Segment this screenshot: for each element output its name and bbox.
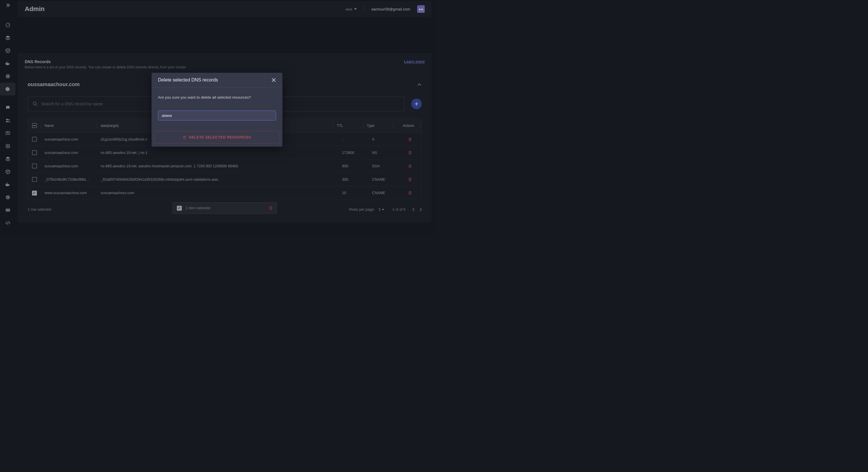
- modal-body-text: Are you sure you want to delete all sele…: [158, 95, 276, 99]
- modal-backdrop[interactable]: Delete selected DNS records Are you sure…: [0, 0, 434, 236]
- modal-title: Delete selected DNS records: [158, 78, 218, 83]
- trash-icon: [183, 135, 186, 139]
- delete-modal: Delete selected DNS records Are you sure…: [152, 73, 282, 147]
- modal-close-button[interactable]: [271, 78, 276, 82]
- delete-selected-button[interactable]: DELETE SELECTED RESOURCES: [154, 131, 280, 144]
- delete-button-label: DELETE SELECTED RESOURCES: [189, 135, 251, 139]
- confirm-input[interactable]: [158, 111, 276, 120]
- close-icon: [271, 78, 276, 82]
